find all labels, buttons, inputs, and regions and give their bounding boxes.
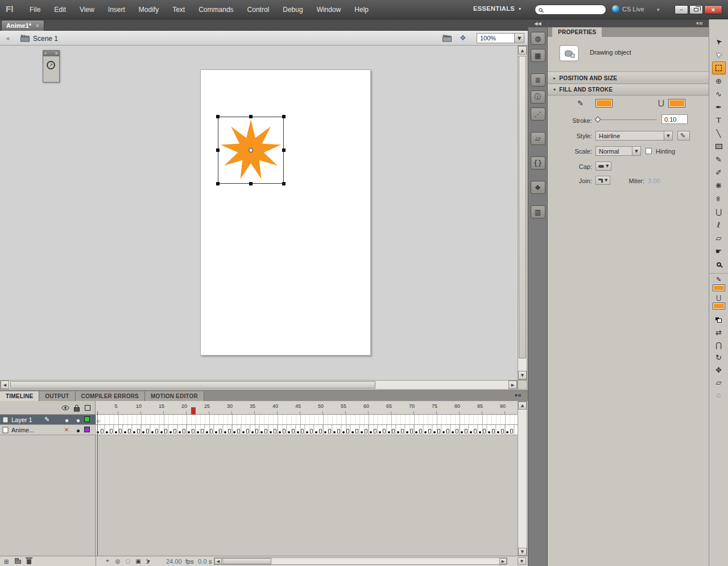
pasteboard[interactable]: » × ↗ — [0, 46, 518, 380]
layer-frames-row[interactable] — [96, 415, 518, 425]
section-position-and-size[interactable]: ▸ POSITION AND SIZE — [548, 73, 709, 84]
keyframe-pair[interactable] — [232, 425, 241, 435]
zoom-value[interactable]: 100% — [477, 33, 515, 43]
transform-handle[interactable] — [216, 148, 220, 152]
stage-vertical-scrollbar[interactable]: ▲ ▼ — [518, 46, 527, 380]
transform-handle[interactable] — [216, 115, 220, 118]
scroll-thumb[interactable] — [519, 56, 526, 358]
envelope-button[interactable]: ◌ — [712, 389, 726, 401]
miter-value[interactable]: 3.00 — [648, 177, 660, 184]
layer-name[interactable]: Layer 1 — [11, 416, 44, 423]
keyframe-pair[interactable] — [369, 425, 378, 435]
keyframe-pair[interactable] — [305, 425, 314, 435]
scroll-up-icon[interactable]: ▲ — [518, 402, 527, 410]
panel-menu-icon[interactable]: ▾≡ — [696, 20, 703, 26]
search-input[interactable] — [545, 6, 602, 14]
keyframe-pair[interactable] — [387, 425, 396, 435]
eyedropper-tool[interactable]: ℓ — [712, 218, 726, 232]
frame-ruler[interactable]: 51015202530354045505560657075808590 — [96, 401, 518, 415]
search-box[interactable] — [535, 5, 606, 15]
keyframe-pair[interactable] — [314, 425, 323, 435]
scroll-thumb[interactable] — [10, 381, 375, 389]
panel-tab-timeline[interactable]: TIMELINE — [0, 391, 39, 401]
layer-lock-dot[interactable] — [74, 416, 82, 423]
stroke-weight-slider[interactable] — [595, 115, 657, 124]
scroll-down-icon[interactable]: ▼ — [518, 371, 527, 379]
chevron-down-icon[interactable]: ▼ — [664, 131, 672, 140]
align-panel-icon[interactable]: ≣ — [531, 73, 545, 86]
keyframe-pair[interactable] — [205, 425, 214, 435]
zoom-tool[interactable] — [712, 258, 726, 271]
collapse-icon[interactable]: » — [44, 51, 47, 56]
keyframe-pair[interactable] — [341, 425, 350, 435]
current-frame[interactable]: 1 — [146, 558, 149, 565]
keyframe-pair[interactable] — [268, 425, 278, 435]
motion-presets-panel-icon[interactable]: ⋰ — [531, 108, 545, 121]
keyframe-pair[interactable] — [469, 425, 478, 435]
keyframe-pair[interactable] — [287, 425, 296, 435]
keyframe-pair[interactable] — [141, 425, 150, 435]
elapsed-time[interactable]: 0.0 — [198, 558, 206, 565]
library-panel-icon[interactable]: ▥ — [531, 205, 545, 218]
keyframe-pair[interactable] — [359, 425, 369, 435]
new-layer-button[interactable]: ⊞ — [2, 558, 10, 565]
timeline-horizontal-scrollbar[interactable]: ◀ ▶ — [214, 557, 507, 565]
onion-skin-outlines-button[interactable]: ◌ — [124, 557, 132, 565]
edit-multiple-frames-button[interactable]: ▣ — [134, 557, 142, 565]
deco-tool[interactable]: ❋ — [712, 179, 726, 192]
menu-control[interactable]: Control — [241, 6, 276, 14]
keyframe-pair[interactable] — [150, 425, 159, 435]
menu-file[interactable]: File — [23, 6, 47, 14]
panel-tab-output[interactable]: OUTPUT — [39, 391, 75, 401]
lock-icon[interactable] — [73, 404, 80, 413]
scroll-down-icon[interactable]: ▼ — [518, 557, 526, 565]
scroll-left-icon[interactable]: ◀ — [214, 558, 222, 564]
scene-breadcrumb[interactable]: Scene 1 — [33, 35, 58, 43]
keyframe-pair[interactable] — [105, 425, 114, 435]
menu-insert[interactable]: Insert — [101, 6, 132, 14]
brush-tool[interactable]: ✐ — [712, 166, 726, 179]
bone-tool[interactable]: ∞ — [712, 192, 726, 205]
stroke-color-swatch[interactable] — [595, 99, 613, 108]
panel-menu-icon[interactable]: ▾≡ — [515, 393, 522, 398]
keyframe-pair[interactable] — [168, 425, 177, 435]
chevron-down-icon[interactable]: ▼ — [632, 147, 640, 155]
paint-bucket-tool[interactable]: ⋃ — [712, 205, 726, 218]
scroll-right-icon[interactable]: ▶ — [499, 558, 507, 564]
layer-name[interactable]: Anime... — [11, 427, 44, 433]
swatches-panel-icon[interactable]: ▦ — [531, 49, 545, 62]
close-icon[interactable]: × — [36, 23, 39, 29]
keyframe-pair[interactable] — [423, 425, 432, 435]
layer-hidden-x-icon[interactable]: ✕ — [63, 427, 71, 433]
panel-tab-compiler-errors[interactable]: COMPILER ERRORS — [76, 391, 145, 401]
keyframe-pair[interactable] — [450, 425, 460, 435]
stroke-weight-input[interactable]: 0.10 — [661, 114, 688, 124]
onion-skin-button[interactable]: ◎ — [114, 557, 122, 565]
free-transform-tool[interactable] — [712, 61, 726, 75]
keyframe-pair[interactable] — [196, 425, 205, 435]
panel-tab-motion-editor[interactable]: MOTION EDITOR — [145, 391, 204, 401]
keyframe-pair[interactable] — [123, 425, 132, 435]
transform-handle[interactable] — [249, 115, 253, 118]
floating-panel[interactable]: » × ↗ — [43, 50, 60, 82]
keyframe-pair[interactable] — [296, 425, 305, 435]
keyframe-pair[interactable] — [505, 425, 514, 435]
edit-scene-button[interactable] — [442, 34, 452, 43]
restore-button[interactable] — [689, 5, 703, 14]
selected-object[interactable] — [218, 117, 284, 184]
menu-commands[interactable]: Commands — [192, 6, 240, 14]
keyframe-pair[interactable] — [460, 425, 469, 435]
transform-handle[interactable] — [249, 182, 253, 185]
keyframe-pair[interactable] — [350, 425, 359, 435]
timeline-vertical-scrollbar[interactable]: ▲ ▼ — [518, 401, 527, 556]
scale-button[interactable]: ✥ — [712, 363, 726, 376]
keyframe-pair[interactable] — [278, 425, 287, 435]
hinting-checkbox[interactable] — [646, 148, 652, 154]
black-and-white-button[interactable] — [712, 313, 726, 326]
keyframe-pair[interactable] — [414, 425, 423, 435]
keyframe-pair[interactable] — [132, 425, 141, 435]
snap-to-objects-button[interactable]: ⋂ — [712, 338, 726, 351]
scroll-up-icon[interactable]: ▲ — [518, 46, 527, 55]
keyframe-pair[interactable] — [478, 425, 487, 435]
stroke-style-dropdown[interactable]: Hairline ▼ — [595, 131, 673, 141]
